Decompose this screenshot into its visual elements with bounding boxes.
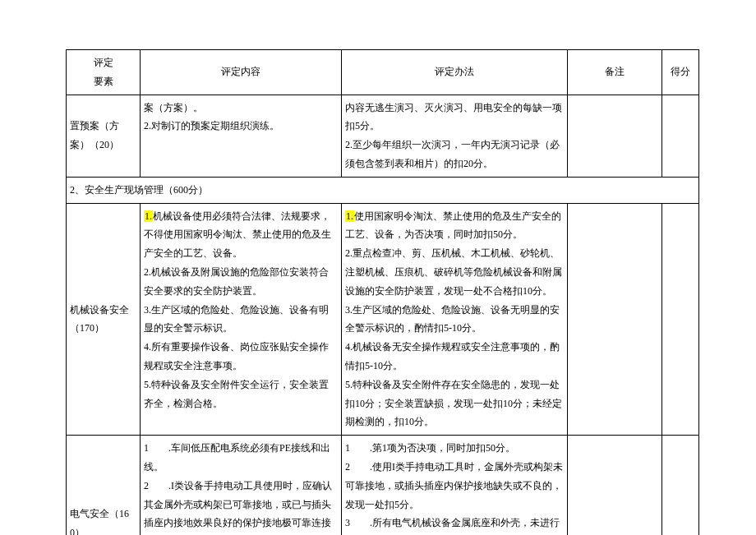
table-row: 机械设备安全（170） 1.机械设备使用必须符合法律、法规要求，不得使用国家明令… — [67, 203, 699, 436]
table-row: 电气安全（160） 1 .车间低压配电系统必须有PE接线和出线。2 .I类设备手… — [67, 436, 699, 535]
cell-method: 1 .第1项为否决项，同时加扣50分。2 .使用I类手持电动工具时，金属外壳或构… — [342, 436, 568, 535]
header-note: 备注 — [568, 50, 662, 95]
highlight: 1. — [345, 210, 354, 222]
method-text: 使用国家明令淘汰、禁止使用的危及生产安全的工艺、设备，为否决项，同时加扣50分。… — [345, 210, 562, 428]
cell-note — [568, 436, 662, 535]
cell-note — [568, 203, 662, 436]
highlight: 1. — [144, 210, 153, 222]
section-row: 2、安全生产现场管理（600分） — [67, 177, 699, 203]
evaluation-table: 评定要素 评定内容 评定办法 备注 得分 置预案（方案）（20） 案（方案）。2… — [66, 49, 699, 535]
cell-element: 机械设备安全（170） — [67, 203, 141, 436]
cell-method: 内容无逃生演习、灭火演习、用电安全的每缺一项扣5分。2.至少每年组织一次演习，一… — [342, 95, 568, 177]
cell-content: 案（方案）。2.对制订的预案定期组织演练。 — [141, 95, 342, 177]
cell-score — [662, 436, 699, 535]
cell-content: 1.机械设备使用必须符合法律、法规要求，不得使用国家明令淘汰、禁止使用的危及生产… — [141, 203, 342, 436]
cell-element: 置预案（方案）（20） — [67, 95, 141, 177]
table-row: 置预案（方案）（20） 案（方案）。2.对制订的预案定期组织演练。 内容无逃生演… — [67, 95, 699, 177]
header-content: 评定内容 — [141, 50, 342, 95]
cell-note — [568, 95, 662, 177]
header-method: 评定办法 — [342, 50, 568, 95]
cell-score — [662, 95, 699, 177]
header-row: 评定要素 评定内容 评定办法 备注 得分 — [67, 50, 699, 95]
header-score: 得分 — [662, 50, 699, 95]
cell-content: 1 .车间低压配电系统必须有PE接线和出线。2 .I类设备手持电动工具使用时，应… — [141, 436, 342, 535]
cell-score — [662, 203, 699, 436]
header-element: 评定要素 — [67, 50, 141, 95]
section-title: 2、安全生产现场管理（600分） — [67, 177, 699, 203]
content-text: 机械设备使用必须符合法律、法规要求，不得使用国家明令淘汰、禁止使用的危及生产安全… — [144, 210, 331, 409]
cell-element: 电气安全（160） — [67, 436, 141, 535]
cell-method: 1.使用国家明令淘汰、禁止使用的危及生产安全的工艺、设备，为否决项，同时加扣50… — [342, 203, 568, 436]
